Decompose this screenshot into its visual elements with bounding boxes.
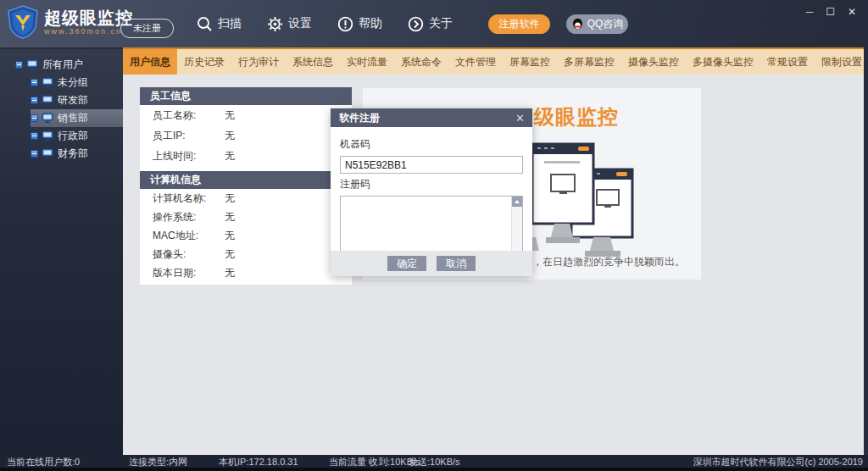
row-value: 无	[225, 108, 235, 123]
status-local-ip: 本机IP:172.18.0.31	[219, 456, 298, 468]
tab-camera-monitor[interactable]: 摄像头监控	[621, 49, 686, 75]
version-date-row: 版本日期: 无	[140, 263, 352, 282]
employee-name-row: 员工名称: 无	[140, 105, 352, 125]
collapse-icon[interactable]	[31, 97, 38, 104]
app-title: 超级眼监控	[44, 8, 133, 27]
mac-address-row: MAC地址: 无	[140, 226, 352, 245]
machine-code-input[interactable]	[340, 156, 523, 174]
tab-general-settings[interactable]: 常规设置	[760, 49, 815, 75]
tree-label: 研发部	[58, 93, 88, 108]
sidebar-item-finance-dept[interactable]: 财务部	[31, 145, 123, 163]
employee-info-header: 员工信息	[140, 87, 352, 105]
cancel-button[interactable]: 取消	[437, 256, 476, 271]
tab-user-info[interactable]: 用户信息	[123, 49, 177, 75]
tab-history[interactable]: 历史记录	[177, 49, 231, 75]
scan-button[interactable]: 扫描	[197, 16, 242, 32]
info-panel: 员工信息 员工名称: 无 员工IP: 无 上线时间: 无 计算机信息	[140, 87, 352, 285]
tree-label: 所有用户	[42, 58, 83, 72]
tab-system-command[interactable]: 系统命令	[394, 49, 448, 75]
collapse-icon[interactable]	[31, 132, 38, 140]
sidebar-item-all-users[interactable]: 所有用户	[15, 56, 123, 74]
row-value: 无	[225, 149, 235, 163]
collapse-icon[interactable]	[15, 61, 23, 69]
scroll-up-button[interactable]	[512, 197, 522, 207]
gear-icon	[267, 16, 283, 32]
os-row: 操作系统: 无	[140, 208, 352, 226]
tree-label: 行政部	[58, 129, 88, 143]
computer-icon	[42, 148, 54, 159]
exclamation-circle-icon	[337, 16, 353, 32]
tab-restriction-settings[interactable]: 限制设置	[815, 49, 868, 75]
register-software-button[interactable]: 注册软件	[488, 14, 550, 34]
search-icon	[197, 16, 213, 32]
camera-row: 摄像头: 无	[140, 245, 352, 263]
promo-title: 级眼监控	[534, 103, 619, 130]
row-label: 操作系统:	[153, 210, 225, 224]
tab-multi-camera-monitor[interactable]: 多摄像头监控	[686, 49, 760, 75]
status-traffic-sent: 发送:10KB/s	[409, 456, 460, 468]
top-nav: 扫描	[197, 0, 453, 47]
chevron-right-circle-icon	[408, 16, 424, 32]
qq-consult-label: QQ咨询	[587, 17, 624, 31]
row-label: 员工名称:	[153, 108, 225, 123]
collapse-icon[interactable]	[31, 114, 38, 122]
employee-ip-row: 员工IP: 无	[140, 125, 352, 146]
license-badge: 未注册	[120, 19, 174, 38]
shield-logo-icon	[7, 5, 39, 39]
tab-file-manager[interactable]: 文件管理	[448, 49, 503, 75]
row-label: MAC地址:	[153, 229, 225, 243]
minimize-button[interactable]: ─	[806, 7, 814, 17]
settings-button[interactable]: 设置	[267, 16, 312, 32]
status-online-users: 当前在线用户数:0	[7, 456, 80, 468]
close-icon[interactable]: ✕	[508, 112, 532, 125]
dialog-title: 软件注册	[331, 111, 508, 125]
promo-monitors-illustration	[531, 137, 639, 263]
sidebar-item-ungrouped[interactable]: 未分组	[31, 74, 123, 91]
row-value: 无	[225, 129, 235, 143]
help-label: 帮助	[359, 16, 382, 31]
content-area: 级眼监控	[123, 75, 864, 455]
row-label: 计算机名称:	[153, 191, 225, 206]
computer-name-row: 计算机名称: 无	[140, 189, 352, 208]
software-register-dialog: 软件注册 ✕ 机器码 注册码 确定 取消	[331, 108, 532, 276]
collapse-icon[interactable]	[31, 150, 38, 158]
sidebar-item-rd-dept[interactable]: 研发部	[31, 91, 123, 109]
sidebar-item-admin-dept[interactable]: 行政部	[31, 127, 123, 145]
maximize-button[interactable]: ☐	[826, 7, 835, 17]
tree-label: 财务部	[58, 147, 88, 161]
tab-multi-screen-monitor[interactable]: 多屏幕监控	[557, 49, 621, 75]
row-label: 版本日期:	[153, 266, 225, 280]
row-value: 无	[225, 247, 235, 262]
tab-screen-monitor[interactable]: 屏幕监控	[503, 49, 557, 75]
help-button[interactable]: 帮助	[337, 16, 382, 32]
row-value: 无	[225, 210, 235, 224]
register-code-label: 注册码	[340, 177, 523, 191]
brand: 超级眼监控 www.360mon.cn	[7, 5, 133, 39]
tree-label: 销售部	[58, 111, 88, 125]
about-label: 关于	[429, 16, 453, 31]
computer-info-header: 计算机信息	[140, 171, 352, 189]
row-value: 无	[225, 266, 235, 280]
tree-label: 未分组	[58, 75, 88, 90]
row-label: 员工IP:	[153, 129, 225, 143]
sidebar-item-sales-dept[interactable]: 销售部	[31, 109, 123, 127]
ok-button[interactable]: 确定	[387, 256, 426, 271]
tab-realtime-traffic[interactable]: 实时流量	[340, 49, 394, 75]
row-value: 无	[225, 191, 235, 206]
tab-behavior-audit[interactable]: 行为审计	[231, 49, 286, 75]
collapse-icon[interactable]	[31, 79, 38, 86]
close-button[interactable]: ✕	[848, 7, 856, 17]
computer-icon	[42, 113, 54, 124]
status-copyright: 深圳市超时代软件有限公司(c) 2005-2019	[693, 456, 864, 468]
dialog-body: 机器码 注册码	[331, 127, 532, 263]
settings-label: 设置	[288, 16, 312, 31]
online-time-row: 上线时间: 无	[140, 146, 352, 166]
qq-consult-button[interactable]: QQ咨询	[566, 14, 628, 34]
dialog-footer: 确定 取消	[331, 251, 532, 276]
statusbar: 当前在线用户数:0 连接类型:内网 本机IP:172.18.0.31 当前流量 …	[0, 455, 868, 468]
about-button[interactable]: 关于	[408, 16, 453, 32]
machine-code-label: 机器码	[340, 137, 523, 152]
tab-system-info[interactable]: 系统信息	[286, 49, 340, 75]
row-value: 无	[225, 229, 235, 243]
computer-icon	[42, 95, 54, 106]
